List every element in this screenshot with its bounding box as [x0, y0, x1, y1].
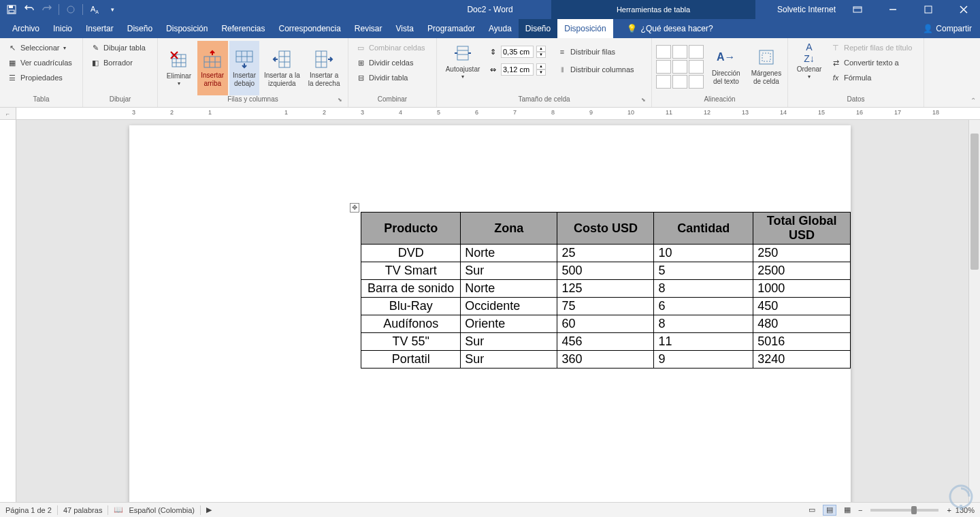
distribuir-columnas-button[interactable]: ⦀Distribuir columnas [554, 63, 637, 76]
user-name[interactable]: Solvetic Internet [777, 5, 836, 14]
align-bl[interactable] [656, 75, 671, 89]
table-cell[interactable]: 456 [557, 333, 654, 351]
ver-cuadriculas-button[interactable]: ▦Ver cuadrículas [4, 56, 78, 69]
tab-vista[interactable]: Vista [389, 19, 421, 38]
borrador-button[interactable]: ◧Borrador [87, 56, 153, 69]
autoajustar-button[interactable]: Autoajustar▾ [441, 41, 485, 82]
insertar-arriba-button[interactable]: Insertar arriba [197, 41, 228, 95]
formula-button[interactable]: fxFórmula [828, 71, 915, 84]
table-cell[interactable]: Sur [461, 351, 557, 369]
table-cell[interactable]: Barra de sonido [361, 280, 461, 298]
row-height-input[interactable]: ⇕ ▲▼ [486, 45, 547, 59]
insertar-debajo-button[interactable]: Insertar debajo [229, 41, 260, 95]
spellcheck-icon[interactable]: 📖 [114, 505, 123, 514]
table-cell[interactable]: 5016 [753, 333, 851, 351]
page[interactable]: ✥ ProductoZonaCosto USDCantidadTotal Glo… [129, 125, 851, 502]
tab-disposicion[interactable]: Disposición [159, 19, 214, 38]
table-cell[interactable]: 250 [753, 245, 851, 262]
maximize-button[interactable] [915, 0, 942, 19]
table-cell[interactable]: Portatil [361, 351, 461, 369]
height-field[interactable] [501, 46, 534, 58]
seleccionar-button[interactable]: ↖Seleccionar▾ [4, 41, 78, 54]
table-row[interactable]: Barra de sonidoNorte12581000 [361, 280, 851, 298]
table-cell[interactable]: Norte [461, 245, 557, 262]
table-move-handle[interactable]: ✥ [350, 203, 359, 213]
horizontal-ruler[interactable]: ⌐ 321123456789101112131415161718 [0, 108, 980, 120]
minimize-button[interactable] [879, 0, 906, 19]
collapse-ribbon-icon[interactable]: ⌃ [970, 97, 976, 104]
col-width-input[interactable]: ⇔ ▲▼ [486, 63, 547, 76]
table-cell[interactable]: 125 [557, 280, 654, 298]
insertar-derecha-button[interactable]: Insertar a la derecha [304, 41, 344, 95]
combinar-celdas-button[interactable]: ▭Combinar celdas [353, 41, 432, 54]
distribuir-filas-button[interactable]: ≡Distribuir filas [554, 45, 637, 59]
spin-up[interactable]: ▲ [536, 63, 546, 69]
table-cell[interactable]: 8 [654, 280, 753, 298]
propiedades-button[interactable]: ☰Propiedades [4, 71, 78, 84]
ribbon-display-icon[interactable] [844, 0, 871, 19]
vertical-scrollbar[interactable] [968, 120, 980, 502]
table-cell[interactable]: 1000 [753, 280, 851, 298]
zoom-out-button[interactable]: − [858, 506, 862, 514]
table-row[interactable]: AudífonosOriente608480 [361, 315, 851, 333]
table-cell[interactable]: 5 [654, 262, 753, 280]
table-cell[interactable]: 25 [557, 245, 654, 262]
table-cell[interactable]: 360 [557, 351, 654, 369]
document-table[interactable]: ProductoZonaCosto USDCantidadTotal Globa… [361, 212, 851, 369]
ordenar-button[interactable]: AZ↓ Ordenar▾ [792, 41, 826, 82]
table-cell[interactable]: 75 [557, 298, 654, 315]
language-indicator[interactable]: Español (Colombia) [129, 506, 195, 514]
print-layout-icon[interactable]: ▤ [823, 505, 836, 516]
table-row[interactable]: Blu-RayOccidente756450 [361, 298, 851, 315]
dialog-launcher-icon[interactable]: ⬊ [338, 97, 342, 103]
table-cell[interactable]: Occidente [461, 298, 557, 315]
tab-revisar[interactable]: Revisar [348, 19, 389, 38]
dialog-launcher-icon[interactable]: ⬊ [641, 97, 646, 103]
table-cell[interactable]: 10 [654, 245, 753, 262]
spin-up[interactable]: ▲ [536, 46, 546, 52]
tab-table-disposicion[interactable]: Disposición [557, 19, 612, 38]
page-indicator[interactable]: Página 1 de 2 [5, 506, 52, 514]
dividir-tabla-button[interactable]: ⊟Dividir tabla [353, 71, 432, 84]
touch-mode-icon[interactable] [65, 3, 77, 16]
table-cell[interactable]: Blu-Ray [361, 298, 461, 315]
table-row[interactable]: TV 55"Sur456115016 [361, 333, 851, 351]
align-tr[interactable] [689, 45, 704, 59]
font-size-icon[interactable]: AA [88, 3, 101, 16]
tab-correspondencia[interactable]: Correspondencia [272, 19, 347, 38]
table-header[interactable]: Cantidad [654, 213, 753, 245]
dividir-celdas-button[interactable]: ⊞Dividir celdas [353, 56, 432, 69]
table-header[interactable]: Producto [361, 213, 461, 245]
tab-table-diseno[interactable]: Diseño [519, 19, 557, 38]
table-header[interactable]: Zona [461, 213, 557, 245]
align-bc[interactable] [672, 75, 687, 89]
table-cell[interactable]: Sur [461, 262, 557, 280]
redo-icon[interactable] [41, 3, 53, 16]
table-cell[interactable]: Norte [461, 280, 557, 298]
word-count[interactable]: 47 palabras [63, 506, 103, 514]
align-ml[interactable] [656, 60, 671, 74]
align-mc[interactable] [672, 60, 687, 74]
vertical-ruler[interactable] [0, 120, 16, 502]
tell-me-search[interactable]: 💡¿Qué desea hacer? [627, 24, 713, 33]
tab-insertar[interactable]: Insertar [79, 19, 120, 38]
table-cell[interactable]: Sur [461, 333, 557, 351]
table-cell[interactable]: 6 [654, 298, 753, 315]
zoom-thumb[interactable] [911, 506, 917, 514]
table-cell[interactable]: 9 [654, 351, 753, 369]
align-mr[interactable] [689, 60, 704, 74]
table-cell[interactable]: Oriente [461, 315, 557, 333]
convertir-texto-button[interactable]: ⇄Convertir texto a [828, 56, 915, 69]
table-cell[interactable]: TV 55" [361, 333, 461, 351]
table-cell[interactable]: TV Smart [361, 262, 461, 280]
table-cell[interactable]: Audífonos [361, 315, 461, 333]
zoom-slider[interactable] [870, 509, 938, 512]
table-cell[interactable]: 450 [753, 298, 851, 315]
tab-archivo[interactable]: Archivo [5, 19, 46, 38]
scroll-thumb[interactable] [970, 134, 979, 270]
table-cell[interactable]: 480 [753, 315, 851, 333]
share-button[interactable]: 👤Compartir [923, 24, 972, 33]
insertar-izquierda-button[interactable]: Insertar a la izquierda [261, 41, 303, 95]
web-layout-icon[interactable]: ▦ [840, 505, 854, 516]
eliminar-button[interactable]: Eliminar▾ [162, 41, 196, 95]
